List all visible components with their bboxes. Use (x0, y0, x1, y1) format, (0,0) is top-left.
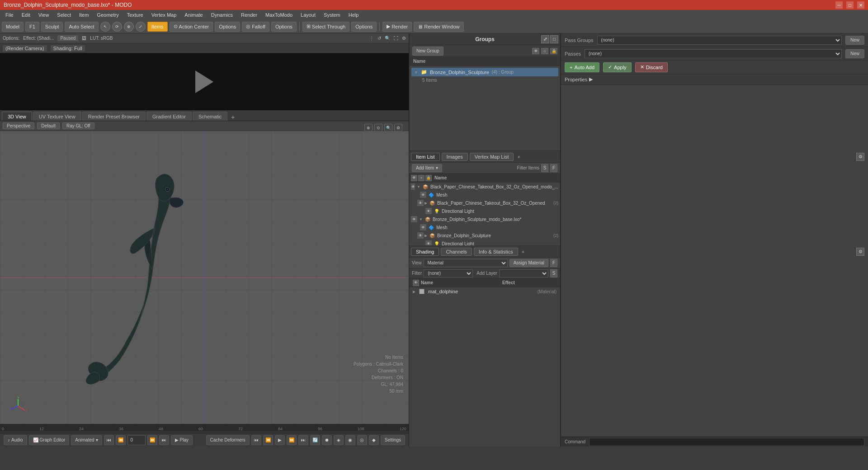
maximize-button[interactable]: □ (846, 1, 854, 9)
material-row-1[interactable]: ▶ mat_dolphine (Material) (409, 287, 560, 296)
eye-btn-3[interactable]: 👁 (417, 200, 424, 206)
misc-icon-4[interactable]: ◆ (369, 435, 379, 445)
menu-texture[interactable]: Texture (123, 11, 147, 19)
tab-vertex-map-list[interactable]: Vertex Map List (470, 153, 514, 161)
auto-add-button[interactable]: + Auto Add (565, 62, 599, 72)
shading-settings-btn[interactable]: ⚙ (856, 248, 864, 256)
menu-maxtomodo[interactable]: MaxToModo (262, 11, 296, 19)
view-zoom-icon[interactable]: 🔍 (384, 124, 392, 132)
transport-begin[interactable]: ⏮ (104, 435, 114, 445)
menu-animate[interactable]: Animate (181, 11, 206, 19)
passes-select[interactable]: (none) (585, 49, 842, 58)
close-button[interactable]: ✕ (857, 1, 864, 9)
options-button-1[interactable]: Options (215, 22, 240, 32)
add-panel-tab[interactable]: + (517, 154, 520, 160)
loop-icon[interactable]: 🔄 (310, 435, 320, 445)
frame-counter[interactable]: 0 (127, 435, 146, 445)
transform-btn-2[interactable]: ⟳ (112, 22, 122, 32)
select-through-button[interactable]: ⊞ Select Through (302, 22, 349, 32)
menu-layout[interactable]: Layout (297, 11, 319, 19)
menu-file[interactable]: File (2, 11, 17, 19)
groups-expand-btn2[interactable]: ⤢ (541, 35, 549, 43)
eye-btn-8[interactable]: 👁 (425, 240, 432, 245)
play-button[interactable]: ▶ Play (171, 435, 193, 445)
transport-prev[interactable]: ⏪ (116, 435, 126, 445)
groups-expand-btn[interactable]: □ (550, 35, 558, 43)
filter-select[interactable]: (none) (424, 269, 473, 277)
eye-btn-2[interactable]: 👁 (420, 192, 426, 198)
new-group-button[interactable]: New Group (412, 47, 443, 56)
menu-vertex-map[interactable]: Vertex Map (148, 11, 180, 19)
assign-material-button[interactable]: Assign Material (509, 259, 548, 267)
minimize-button[interactable]: ─ (835, 1, 843, 9)
tab-images[interactable]: Images (442, 153, 468, 161)
groups-eye-3[interactable]: 🔒 (550, 48, 557, 54)
tab-channels[interactable]: Channels (441, 248, 472, 256)
tab-uv-texture[interactable]: UV Texture View (33, 112, 81, 121)
item-row-6[interactable]: 👁 🔷 Mesh (409, 223, 560, 231)
tab-3d-view[interactable]: 3D View (2, 112, 32, 121)
discard-button[interactable]: ✕ Discard (635, 62, 668, 72)
eye-btn-1[interactable]: 👁 (411, 183, 415, 190)
misc-icon-3[interactable]: ◎ (357, 435, 367, 445)
item-row-8[interactable]: 👁 💡 Directional Light (409, 240, 560, 245)
item-list-settings-btn[interactable]: ⚙ (856, 153, 864, 161)
tab-shading[interactable]: Shading (411, 248, 439, 256)
view-control-icon-4[interactable]: ⛶ (394, 36, 398, 41)
view-control-icon-5[interactable]: ⚙ (402, 36, 406, 41)
transport-icon-1[interactable]: ⏮ (251, 435, 261, 445)
new-pass-group-button[interactable]: New (845, 36, 864, 45)
transform-btn-3[interactable]: ⊕ (124, 22, 134, 32)
item-row-4[interactable]: 👁 💡 Directional Light (409, 207, 560, 215)
transport-icon-3[interactable]: ▶ (275, 435, 285, 445)
groups-eye-1[interactable]: 👁 (532, 48, 539, 54)
view3d-canvas[interactable]: No Items Polygons : Catmull-Clark Channe… (0, 131, 409, 424)
menu-select[interactable]: Select (53, 11, 75, 19)
mat-visibility-check[interactable] (419, 289, 425, 294)
timeline-inner[interactable]: 0 12 24 36 48 60 72 84 96 108 120 (0, 424, 409, 433)
group-item-bronze[interactable]: ▼ 📁 Bronze_Dolphin_Sculpture (4) : Group (411, 68, 558, 76)
tab-schematic[interactable]: Schematic (193, 112, 227, 121)
item-row-7[interactable]: 👁 ▶ 📦 Bronze_Dolphin_Sculpture (2) (409, 231, 560, 240)
add-item-button[interactable]: Add Item ▾ (412, 164, 442, 172)
pass-groups-select[interactable]: (none) (597, 36, 842, 45)
raygl-toggle[interactable]: Ray GL: Off (62, 122, 94, 129)
tab-render-preset[interactable]: Render Preset Browser (82, 112, 146, 121)
tab-gradient-editor[interactable]: Gradient Editor (146, 112, 192, 121)
record-icon[interactable]: ⏺ (322, 435, 332, 445)
misc-icon-2[interactable]: ◉ (345, 435, 355, 445)
transport-icon-2[interactable]: ⏪ (263, 435, 273, 445)
add-tab-button[interactable]: + (228, 113, 237, 121)
transport-icon-5[interactable]: ⏭ (298, 435, 308, 445)
transport-icon-4[interactable]: ⏩ (287, 435, 297, 445)
menu-item[interactable]: Item (75, 11, 92, 19)
menu-dynamics[interactable]: Dynamics (208, 11, 236, 19)
auto-select-button[interactable]: Auto Select (65, 22, 98, 32)
apply-button[interactable]: ✓ Apply (603, 62, 632, 72)
view-control-icon-3[interactable]: 🔍 (385, 36, 390, 41)
view-pan-icon[interactable]: ⊙ (374, 124, 382, 132)
menu-geometry[interactable]: Geometry (93, 11, 122, 19)
options-button-3[interactable]: Options (351, 22, 377, 32)
items-button[interactable]: Items (147, 22, 168, 32)
shading-f-btn[interactable]: F (550, 259, 557, 267)
item-row-3[interactable]: 👁 ▶ 📦 Black_Paper_Chinese_Takeout_Box_32… (409, 199, 560, 207)
misc-icon-1[interactable]: ◈ (334, 435, 344, 445)
cache-deformers-button[interactable]: Cache Deformers (206, 435, 250, 445)
render-button[interactable]: ▶ Render (382, 22, 412, 32)
transport-next[interactable]: ⏩ (147, 435, 157, 445)
item-row-1[interactable]: 👁 ▼ 📦 Black_Paper_Chinese_Takeout_Box_32… (409, 183, 560, 191)
animated-button[interactable]: Animated ▾ (71, 435, 102, 445)
audio-button[interactable]: ♪ Audio (4, 435, 27, 445)
transform-btn-1[interactable]: ↖ (100, 22, 110, 32)
command-input[interactable] (589, 438, 864, 446)
transport-end[interactable]: ⏭ (159, 435, 169, 445)
eye-btn-7[interactable]: 👁 (417, 232, 424, 239)
eye-btn-4[interactable]: 👁 (425, 208, 432, 214)
eye-btn-6[interactable]: 👁 (420, 224, 426, 230)
add-layer-select[interactable] (499, 269, 548, 277)
menu-render[interactable]: Render (237, 11, 261, 19)
perspective-dropdown[interactable]: Perspective (3, 122, 34, 129)
action-center-button[interactable]: ⊙ Action Center (170, 22, 213, 32)
default-dropdown[interactable]: Default (37, 122, 60, 129)
